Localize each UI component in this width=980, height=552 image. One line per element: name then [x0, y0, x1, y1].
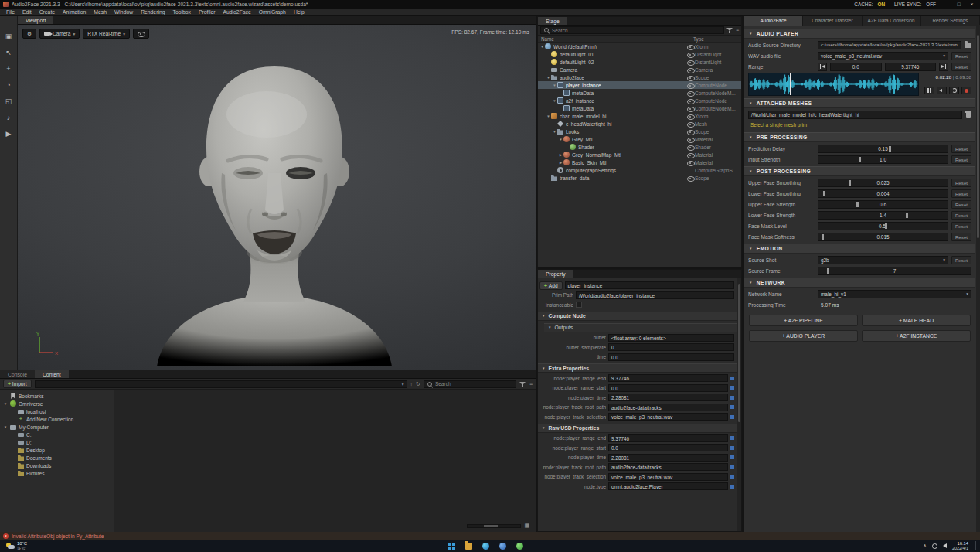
edge-icon[interactable]	[482, 543, 489, 550]
slider-handle[interactable]	[823, 191, 825, 196]
tree-item-omniverse[interactable]: ▼Omniverse	[0, 400, 114, 407]
tree-item-c[interactable]: C:	[0, 431, 114, 438]
menu-toolbox[interactable]: Toolbox	[169, 9, 195, 16]
slider-handle[interactable]	[822, 234, 824, 240]
eye-icon[interactable]	[687, 121, 694, 127]
taskbar-clock[interactable]: 16:14 2022/4/1	[952, 541, 968, 551]
tab-character-transfer[interactable]: Character Transfer	[803, 16, 862, 26]
stage-row-transfer-data[interactable]: transfer_dataScope	[538, 174, 741, 182]
menu-help[interactable]: Help	[290, 9, 308, 16]
audio-tool-icon[interactable]: ♪	[3, 113, 14, 123]
explorer-icon[interactable]	[465, 543, 472, 550]
expand-arrow-icon[interactable]: ▶	[558, 161, 563, 165]
menu-rendering[interactable]: Rendering	[137, 9, 168, 16]
visibility-menu-button[interactable]	[133, 29, 149, 39]
reset-button[interactable]: Reset	[951, 233, 971, 241]
stage-row-metadata[interactable]: metaDataComputeNodeM...	[538, 104, 741, 112]
post-processing-section-header[interactable]: ▼ POST-PROCESSING	[744, 166, 975, 176]
network-name-dropdown[interactable]: male_hi_v1 ▾	[818, 290, 971, 298]
name-column-header[interactable]: Name	[541, 36, 684, 42]
menu-file[interactable]: File	[2, 9, 19, 16]
expand-arrow-icon[interactable]: ▼	[546, 76, 551, 80]
reset-button[interactable]: Reset	[951, 256, 971, 264]
camera-menu-button[interactable]: Camera ▾	[39, 29, 80, 39]
tree-item-my-computer[interactable]: ▼My Computer	[0, 423, 114, 431]
expand-arrow-icon[interactable]: ▼	[539, 45, 545, 49]
default-value-indicator[interactable]	[730, 396, 734, 400]
eye-icon[interactable]	[687, 160, 694, 165]
eye-icon[interactable]	[687, 90, 694, 96]
expand-arrow-icon[interactable]: ▼	[546, 114, 551, 118]
layout-grid-icon[interactable]: ▣	[3, 32, 14, 42]
expand-arrow-icon[interactable]: ▼	[3, 402, 8, 406]
scale-tool-icon[interactable]: ◱	[3, 97, 14, 107]
parameter-slider[interactable]: 0.6	[818, 200, 948, 209]
property-value-field[interactable]: <float array: 0 elements>	[608, 334, 734, 342]
reset-button[interactable]: Reset	[951, 145, 971, 153]
eye-icon[interactable]	[687, 44, 694, 49]
browse-folder-icon[interactable]	[965, 43, 971, 48]
rotate-tool-icon[interactable]: ◔	[3, 80, 14, 90]
reset-button[interactable]: Reset	[951, 155, 971, 164]
slider-handle[interactable]	[827, 268, 829, 274]
menu-mesh[interactable]: Mesh	[90, 9, 111, 16]
menu-edit[interactable]: Edit	[19, 9, 36, 16]
source-frame-slider[interactable]: 7	[818, 267, 971, 275]
default-value-indicator[interactable]	[730, 475, 734, 479]
range-end-field[interactable]: 9.37746	[885, 63, 937, 71]
expand-arrow-icon[interactable]: ▼	[552, 130, 557, 134]
slider-handle[interactable]	[856, 202, 859, 207]
tab-viewport[interactable]: Viewport	[18, 16, 53, 24]
expand-arrow-icon[interactable]: ▼	[558, 138, 563, 141]
viewport-settings-button[interactable]: ⚙	[22, 29, 36, 39]
content-files-area[interactable]: ▦	[114, 390, 536, 532]
menu-audio2face[interactable]: Audio2Face	[219, 9, 254, 16]
stage-row-a2f-instance[interactable]: ▼a2f_instanceComputeNode	[538, 97, 741, 104]
type-column-header[interactable]: Type	[693, 36, 738, 42]
a2f-instance-button[interactable]: + A2F INSTANCE	[862, 330, 971, 342]
stage-row-world-defaultprim[interactable]: ▼World (defaultPrim)Xform	[538, 43, 741, 50]
eye-icon[interactable]	[687, 106, 694, 111]
stage-row-grey-normalmap-mtl[interactable]: ▶Grey_NormalMap_MtlMaterial	[538, 151, 741, 158]
stage-row-shader[interactable]: ShaderShader	[538, 143, 741, 151]
weather-widget[interactable]: 10°C 多云	[0, 541, 33, 550]
scrollbar-thumb[interactable]	[977, 35, 979, 237]
stage-row-looks[interactable]: ▼LooksScope	[538, 128, 741, 135]
tab-audio2face[interactable]: Audio2Face	[744, 16, 803, 26]
start-icon[interactable]	[448, 543, 455, 550]
property-value-field[interactable]: audio2face-data/tracks	[608, 463, 728, 471]
skip-to-start-button[interactable]	[818, 63, 827, 71]
content-search-input[interactable]: Search	[424, 380, 516, 388]
stage-row-char-male-model-hi[interactable]: ▼char_male_model_hiXform	[538, 112, 741, 120]
stage-row-defaultlight-01[interactable]: defaultLight_01DistantLight	[538, 50, 741, 58]
move-tool-icon[interactable]: +	[3, 64, 14, 74]
stage-row-grey-mtl[interactable]: ▼Grey_MtlMaterial	[538, 135, 741, 143]
tab-property[interactable]: Property	[538, 270, 573, 278]
address-bar[interactable]: ▾	[35, 380, 407, 388]
trash-icon[interactable]	[965, 111, 971, 118]
prim-path-field[interactable]: /World/audio2face/player_instance	[576, 291, 734, 299]
eye-icon[interactable]	[687, 98, 694, 104]
default-value-indicator[interactable]	[730, 485, 734, 489]
grid-view-icon[interactable]: ▦	[524, 523, 529, 529]
source-shot-dropdown[interactable]: g2b ▾	[818, 256, 948, 264]
parameter-slider[interactable]: 1.4	[818, 211, 948, 220]
cache-value[interactable]: ON	[877, 2, 885, 7]
scrollbar-thumb[interactable]	[738, 284, 740, 423]
audio-player-button[interactable]: + AUDIO PLAYER	[749, 330, 858, 342]
rewind-button[interactable]	[937, 87, 947, 94]
stage-row-computegraphsettings[interactable]: computegraphSettingsComputeGraphS...	[538, 166, 741, 174]
network-icon[interactable]	[932, 543, 937, 549]
menu-omnigraph[interactable]: OmniGraph	[255, 9, 290, 16]
slider-handle[interactable]	[885, 223, 887, 229]
pre-processing-section-header[interactable]: ▼ PRE-PROCESSING	[744, 132, 975, 142]
thumbnail-size-slider[interactable]	[467, 524, 521, 528]
default-value-indicator[interactable]	[730, 415, 734, 419]
navigate-up-icon[interactable]: ↑	[410, 380, 413, 388]
menu-profiler[interactable]: Profiler	[195, 9, 219, 16]
parameter-slider[interactable]: 0.5	[818, 222, 948, 230]
property-value-field[interactable]: 0.0	[608, 384, 728, 392]
renderer-menu-button[interactable]: RTX Real-time ▾	[83, 29, 130, 39]
default-value-indicator[interactable]	[730, 465, 734, 469]
tree-item-add-new-connection[interactable]: Add New Connection ...	[0, 415, 114, 423]
